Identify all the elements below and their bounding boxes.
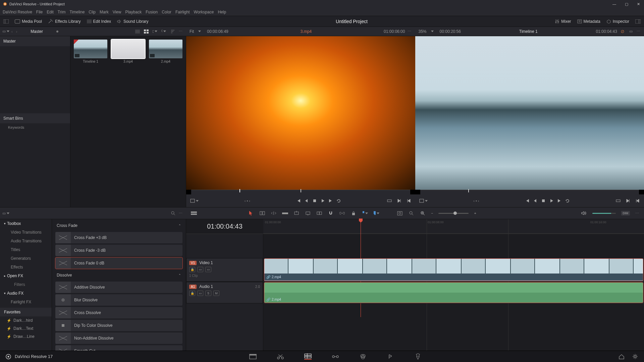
zoom-full-button[interactable] xyxy=(397,210,403,216)
fx-cat-filters[interactable]: Filters xyxy=(0,280,52,289)
loop-button[interactable] xyxy=(336,198,341,203)
effects-library-toggle[interactable]: Effects Library xyxy=(48,19,80,24)
menu-item[interactable]: Playback xyxy=(125,10,142,14)
loop-button[interactable] xyxy=(565,198,570,203)
match-frame-button[interactable] xyxy=(190,198,199,203)
fx-item[interactable]: Cross Fade 0 dB xyxy=(55,257,182,269)
fx-item[interactable]: Cross Fade -3 dB xyxy=(55,245,182,256)
mark-in-out-icon[interactable]: ‹ • › xyxy=(473,199,479,203)
stop-button[interactable] xyxy=(541,198,546,203)
source-preview[interactable] xyxy=(186,36,415,190)
goto-prev-button[interactable] xyxy=(635,198,640,203)
prev-frame-button[interactable] xyxy=(304,198,309,203)
menu-item[interactable]: Edit xyxy=(47,10,54,14)
settings-button[interactable] xyxy=(631,354,639,360)
menu-item[interactable]: Trim xyxy=(58,10,66,14)
next-frame-button[interactable] xyxy=(328,198,333,203)
color-page-button[interactable] xyxy=(359,354,367,360)
menu-item[interactable]: Workspace xyxy=(194,10,214,14)
fx-options-icon[interactable]: ⋯ xyxy=(179,211,183,216)
audio-track-header[interactable]: A1 Audio 1 2.0 🔒 ▭ S M xyxy=(186,282,263,303)
blade-tool[interactable] xyxy=(282,210,288,216)
stop-button[interactable] xyxy=(312,198,317,203)
trim-tool[interactable] xyxy=(259,210,265,216)
timeline-options-icon[interactable]: ⋯ xyxy=(637,29,641,34)
toolbox-header[interactable]: ▾Toolbox xyxy=(0,219,52,228)
timeline-timecode-display[interactable]: 01:00:04:43 xyxy=(186,219,263,234)
fx-cat-fairlight[interactable]: Fairlight FX xyxy=(0,298,52,306)
favorite-item[interactable]: ⚡Draw…Line xyxy=(0,333,52,341)
openfx-header[interactable]: ▸Open FX xyxy=(0,272,52,280)
search-icon[interactable] xyxy=(161,29,166,34)
favorites-header[interactable]: Favorites xyxy=(0,308,52,316)
track-badge[interactable]: A1 xyxy=(189,285,197,289)
mute-button[interactable] xyxy=(581,210,587,216)
favorite-item[interactable]: ⚡Dark…Text xyxy=(0,324,52,333)
menu-item[interactable]: Fusion xyxy=(146,10,158,14)
video-track-header[interactable]: V1 Video 1 🔒 ▭ ▭ 1 Clip xyxy=(186,258,263,282)
timeline-scrubber[interactable] xyxy=(420,190,639,194)
fit-dropdown[interactable]: Fit xyxy=(190,29,194,34)
cut-page-button[interactable] xyxy=(277,354,284,360)
fx-item[interactable]: Blur Dissolve xyxy=(55,294,182,306)
fx-item[interactable]: Additive Dissolve xyxy=(55,282,182,293)
bypass-icon[interactable] xyxy=(621,29,625,34)
overwrite-button[interactable] xyxy=(387,198,392,203)
sort-icon[interactable] xyxy=(170,29,175,34)
clip-timeline1[interactable]: Timeline 1 xyxy=(74,40,107,63)
fx-group-crossfade[interactable]: Cross Fade⌃ xyxy=(55,221,182,231)
lock-track-button[interactable]: 🔒 xyxy=(189,267,195,272)
matchframe-button[interactable] xyxy=(419,198,428,203)
fx-panel-menu-icon[interactable]: ▭ xyxy=(3,211,8,216)
menu-item[interactable]: File xyxy=(36,10,43,14)
inspector-toggle[interactable]: Inspector xyxy=(606,19,629,24)
track-badge[interactable]: V1 xyxy=(189,261,197,265)
clip-2mp4[interactable]: 2.mp4 xyxy=(149,40,182,63)
source-scrubber[interactable] xyxy=(191,190,410,194)
close-button[interactable]: ✕ xyxy=(636,2,641,6)
clip-3mp4[interactable]: 3.mp4 xyxy=(111,40,145,63)
menu-item[interactable]: Timeline xyxy=(69,10,85,14)
insert-clip-button[interactable] xyxy=(293,210,300,216)
zoom-in-button[interactable]: + xyxy=(474,211,476,215)
single-viewer-icon[interactable]: ▭ xyxy=(629,29,633,34)
marker-button[interactable] xyxy=(373,210,379,216)
menu-item[interactable]: DaVinci Resolve xyxy=(3,10,32,14)
timeline-more-icon[interactable]: ⋯ xyxy=(635,211,639,216)
zoom-slider[interactable] xyxy=(438,213,469,214)
favorite-item[interactable]: ⚡Dark…hird xyxy=(0,316,52,324)
timeline-ruler[interactable]: 01:00:00:00 01:00:08:00 01:00:16:00 xyxy=(263,219,644,234)
goto-next-button[interactable] xyxy=(397,198,401,203)
audiofx-header[interactable]: ▾Audio FX xyxy=(0,289,52,298)
audio-clip[interactable]: 🔗2.mp4 xyxy=(264,282,643,303)
media-pool-toggle[interactable]: Media Pool xyxy=(15,19,42,24)
volume-slider[interactable] xyxy=(592,213,616,214)
play-button[interactable] xyxy=(549,198,554,203)
menu-item[interactable]: View xyxy=(113,10,121,14)
zoom-out-button[interactable]: − xyxy=(431,211,433,215)
auto-select-button[interactable]: ▭ xyxy=(197,267,203,272)
source-options-icon[interactable]: ⋯ xyxy=(408,29,412,34)
full-screen-button[interactable] xyxy=(635,19,641,23)
fx-cat-video-trans[interactable]: Video Transitions xyxy=(0,228,52,237)
fx-group-dissolve[interactable]: Dissolve⌃ xyxy=(55,270,182,280)
metadata-toggle[interactable]: Metadata xyxy=(577,19,600,24)
dim-button[interactable]: DIM xyxy=(621,211,630,216)
fx-cat-effects[interactable]: Effects xyxy=(0,263,52,272)
timeline-preview[interactable] xyxy=(415,36,644,190)
more-options-icon[interactable]: ⋯ xyxy=(179,29,183,34)
fx-item[interactable]: Dip To Color Dissolve xyxy=(55,320,182,331)
menu-item[interactable]: Color xyxy=(162,10,171,14)
menu-item[interactable]: Mark xyxy=(100,10,109,14)
first-frame-button[interactable] xyxy=(525,198,530,203)
edit-page-button[interactable] xyxy=(304,354,312,360)
tl-opt-button[interactable] xyxy=(616,198,621,203)
mute-button[interactable]: M xyxy=(213,291,219,296)
deliver-page-button[interactable] xyxy=(414,354,422,360)
track-lanes[interactable]: 🔗2.mp4 🔗2.mp4 xyxy=(263,234,644,362)
solo-button[interactable]: S xyxy=(205,291,211,296)
nav-back-icon[interactable]: ‹ xyxy=(11,29,13,34)
nav-fwd-icon[interactable]: › xyxy=(16,29,17,34)
first-frame-button[interactable] xyxy=(296,198,301,203)
fx-item[interactable]: Cross Dissolve xyxy=(55,307,182,318)
